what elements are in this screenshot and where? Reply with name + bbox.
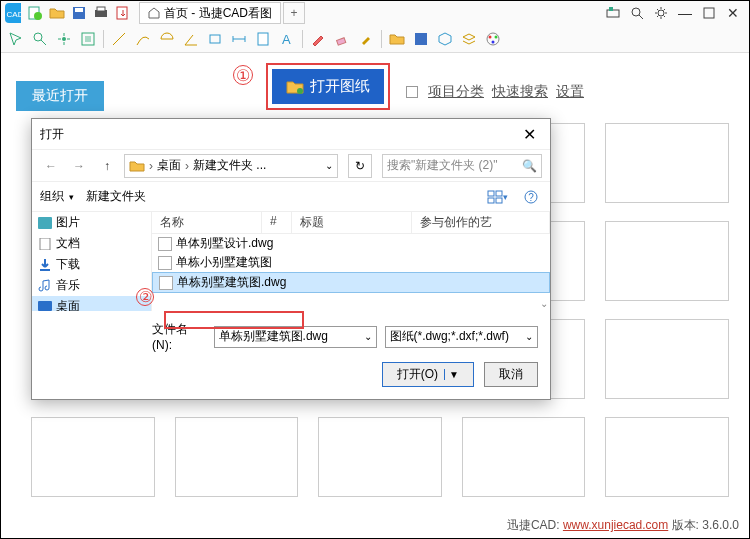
view-mode-button[interactable]: ▾	[486, 186, 508, 208]
tree-item-desktop[interactable]: 桌面	[32, 296, 151, 311]
search-link[interactable]: 快速搜索	[492, 83, 548, 101]
curve-icon[interactable]	[134, 30, 152, 48]
col-name[interactable]: 名称	[152, 212, 262, 233]
filename-input[interactable]: 单栋别墅建筑图.dwg⌄	[214, 326, 377, 348]
file-row[interactable]: 单体别墅设计.dwg	[152, 234, 550, 253]
svg-point-13	[658, 10, 664, 16]
svg-point-17	[62, 37, 66, 41]
open-folder-icon	[286, 79, 304, 95]
pointer-icon[interactable]	[7, 30, 25, 48]
svg-rect-43	[38, 301, 52, 311]
svg-rect-29	[415, 33, 427, 45]
help-button[interactable]: ?	[520, 186, 542, 208]
scroll-indicator[interactable]: ⌄	[540, 298, 548, 309]
path-folder[interactable]: 新建文件夹 ...	[193, 157, 266, 174]
export-icon[interactable]	[115, 5, 131, 21]
refresh-button[interactable]: ↻	[348, 154, 372, 178]
thumb[interactable]	[605, 123, 729, 203]
svg-rect-41	[38, 217, 52, 229]
col-contrib[interactable]: 参与创作的艺	[412, 212, 550, 233]
svg-point-11	[632, 8, 640, 16]
settings-link[interactable]: 设置	[556, 83, 584, 101]
brush-icon[interactable]	[357, 30, 375, 48]
svg-rect-5	[75, 8, 83, 12]
recent-tab[interactable]: 最近打开	[16, 81, 104, 111]
save-tool-icon[interactable]	[412, 30, 430, 48]
save-icon[interactable]	[71, 5, 87, 21]
zoom-icon[interactable]	[629, 5, 645, 21]
svg-point-31	[489, 35, 492, 38]
maximize-button[interactable]	[701, 5, 717, 21]
dialog-close-button[interactable]: ✕	[517, 123, 542, 146]
svg-rect-26	[258, 33, 268, 45]
filename-label: 文件名(N):	[152, 321, 206, 352]
category-checkbox[interactable]	[406, 86, 418, 98]
eraser-icon[interactable]	[333, 30, 351, 48]
col-num[interactable]: #	[262, 212, 292, 233]
thumb[interactable]	[605, 221, 729, 301]
tool-icon-1[interactable]	[605, 5, 621, 21]
path-desktop[interactable]: 桌面	[157, 157, 181, 174]
nav-forward-button[interactable]: →	[68, 155, 90, 177]
organize-menu[interactable]: 组织▾	[40, 188, 74, 205]
thumb[interactable]	[605, 417, 729, 497]
category-link[interactable]: 项目分类	[428, 83, 484, 101]
pen-icon[interactable]	[309, 30, 327, 48]
open-drawing-button[interactable]: 打开图纸	[272, 69, 384, 104]
nav-back-button[interactable]: ←	[40, 155, 62, 177]
open-button-label: 打开图纸	[310, 77, 370, 96]
filetype-select[interactable]: 图纸(*.dwg;*.dxf;*.dwf)⌄	[385, 326, 538, 348]
tree-item-pictures[interactable]: 图片	[32, 212, 151, 233]
svg-line-16	[41, 40, 46, 45]
minimize-button[interactable]: —	[677, 5, 693, 21]
dialog-search-input[interactable]: 搜索"新建文件夹 (2)" 🔍	[382, 154, 542, 178]
angle-icon[interactable]	[182, 30, 200, 48]
text-icon[interactable]: A	[278, 30, 296, 48]
col-title[interactable]: 标题	[292, 212, 412, 233]
print-icon[interactable]	[93, 5, 109, 21]
thumb[interactable]	[31, 417, 155, 497]
pan-icon[interactable]	[55, 30, 73, 48]
dialog-open-button[interactable]: 打开(O)▼	[382, 362, 474, 387]
open-folder-icon[interactable]	[49, 5, 65, 21]
svg-rect-19	[85, 36, 91, 42]
thumb[interactable]	[318, 417, 442, 497]
open-button-highlight: 打开图纸	[266, 63, 390, 110]
line-icon[interactable]	[110, 30, 128, 48]
open-file-dialog: 打开 ✕ ← → ↑ › 桌面 › 新建文件夹 ... ⌄ ↻ 搜索"新建文件夹…	[31, 118, 551, 400]
svg-text:A: A	[282, 32, 291, 47]
svg-rect-42	[40, 238, 50, 250]
file-row[interactable]: 单栋小别墅建筑图	[152, 253, 550, 272]
dialog-cancel-button[interactable]: 取消	[484, 362, 538, 387]
folder-tool-icon[interactable]	[388, 30, 406, 48]
rect-tool-icon[interactable]	[206, 30, 224, 48]
layers-icon[interactable]	[460, 30, 478, 48]
tree-item-downloads[interactable]: 下载	[32, 254, 151, 275]
gear-icon[interactable]	[653, 5, 669, 21]
thumb[interactable]	[175, 417, 299, 497]
svg-rect-36	[496, 191, 502, 196]
app-logo-icon: CAD	[5, 5, 21, 21]
footer-url[interactable]: www.xunjiecad.com	[563, 518, 668, 532]
new-icon[interactable]	[27, 5, 43, 21]
dimension-icon[interactable]	[230, 30, 248, 48]
nav-up-button[interactable]: ↑	[96, 155, 118, 177]
new-tab-button[interactable]: +	[283, 2, 305, 24]
search-icon[interactable]	[31, 30, 49, 48]
tree-item-documents[interactable]: 文档	[32, 233, 151, 254]
tree-item-music[interactable]: 音乐	[32, 275, 151, 296]
new-folder-button[interactable]: 新建文件夹	[86, 188, 146, 205]
arc-icon[interactable]	[158, 30, 176, 48]
page-icon[interactable]	[254, 30, 272, 48]
thumb[interactable]	[605, 319, 729, 399]
file-row-selected[interactable]: 单栋别墅建筑图.dwg	[152, 272, 550, 293]
close-button[interactable]: ✕	[725, 5, 741, 21]
file-icon	[159, 276, 173, 290]
home-tab[interactable]: 首页 - 迅捷CAD看图	[139, 2, 281, 24]
thumb[interactable]	[462, 417, 586, 497]
cube-icon[interactable]	[436, 30, 454, 48]
tab-title: 首页 - 迅捷CAD看图	[164, 5, 272, 22]
palette-icon[interactable]	[484, 30, 502, 48]
fit-icon[interactable]	[79, 30, 97, 48]
path-bar[interactable]: › 桌面 › 新建文件夹 ... ⌄	[124, 154, 338, 178]
